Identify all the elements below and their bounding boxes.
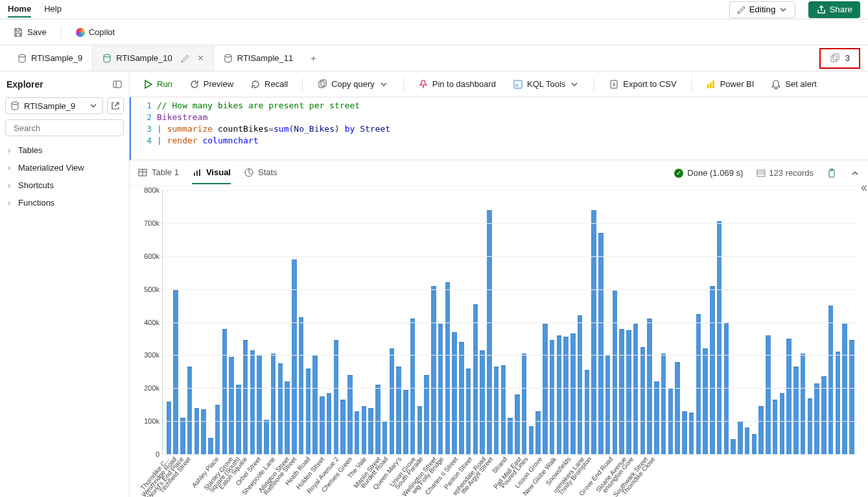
- chart-bar[interactable]: [340, 400, 346, 454]
- panel-icon[interactable]: [112, 79, 123, 90]
- run-button[interactable]: Run: [137, 77, 178, 92]
- chart-bar[interactable]: [396, 367, 401, 454]
- collapse-panel-button[interactable]: [859, 175, 868, 201]
- chart-bar[interactable]: [814, 383, 819, 454]
- chart-bar[interactable]: [215, 405, 220, 454]
- chart-bar[interactable]: [201, 409, 206, 454]
- chart-bar[interactable]: [661, 354, 666, 454]
- chart-bar[interactable]: [327, 393, 332, 454]
- chart-bar[interactable]: [208, 438, 213, 454]
- chart-bar[interactable]: [382, 421, 388, 454]
- chart-bar[interactable]: [836, 352, 841, 454]
- chart-bar[interactable]: [808, 398, 813, 454]
- chart-bar[interactable]: [362, 406, 367, 454]
- chart-bar[interactable]: [529, 426, 534, 454]
- chart-bar[interactable]: [780, 393, 785, 454]
- chart-bar[interactable]: [167, 402, 172, 454]
- chart-bar[interactable]: [535, 411, 541, 454]
- tree-item[interactable]: ›Materialized View: [5, 159, 124, 176]
- new-tab-button[interactable]: ＋: [303, 53, 324, 64]
- chart-bar[interactable]: [355, 411, 360, 454]
- chart-bar[interactable]: [585, 370, 590, 454]
- tab-visual[interactable]: Visual: [192, 162, 231, 184]
- chart-bar[interactable]: [306, 369, 311, 454]
- chart-bar[interactable]: [501, 365, 506, 454]
- recall-button[interactable]: Recall: [245, 77, 293, 92]
- chart-bar[interactable]: [745, 428, 750, 454]
- chart-bar[interactable]: [766, 335, 771, 454]
- chart-bar[interactable]: [390, 348, 395, 454]
- chart-bar[interactable]: [801, 354, 806, 454]
- chart-bar[interactable]: [696, 314, 701, 454]
- editing-button[interactable]: Editing: [729, 1, 796, 18]
- chart-bar[interactable]: [487, 210, 492, 454]
- chart-bar[interactable]: [466, 369, 471, 454]
- chart-bar[interactable]: [605, 355, 611, 454]
- chart-bar[interactable]: [473, 304, 478, 454]
- chart-bar[interactable]: [570, 333, 576, 454]
- chart-bar[interactable]: [619, 329, 624, 454]
- chart-bar[interactable]: [431, 286, 436, 454]
- chart-bar[interactable]: [703, 348, 708, 454]
- chart-bar[interactable]: [271, 354, 276, 454]
- chart-bar[interactable]: [515, 394, 520, 454]
- power-bi-button[interactable]: Power BI: [701, 77, 760, 92]
- chart-bar[interactable]: [375, 385, 381, 454]
- chart-bar[interactable]: [640, 347, 646, 454]
- chart-bar[interactable]: [849, 340, 854, 454]
- copilot-button[interactable]: Copilot: [71, 25, 120, 40]
- chart-bar[interactable]: [334, 340, 339, 454]
- chart-bar[interactable]: [689, 413, 694, 454]
- chart-bar[interactable]: [654, 382, 659, 454]
- chart-bar[interactable]: [278, 363, 283, 454]
- chart-bar[interactable]: [417, 406, 423, 454]
- chart-bar[interactable]: [320, 396, 325, 454]
- tab-rtisample-11[interactable]: RTISample_11: [214, 45, 303, 71]
- chart-bar[interactable]: [828, 306, 834, 454]
- clipboard-icon[interactable]: [827, 168, 837, 178]
- tree-item[interactable]: ›Shortcuts: [5, 176, 124, 194]
- chart-bar[interactable]: [578, 315, 583, 454]
- menu-help[interactable]: Help: [44, 1, 62, 18]
- chart-bar[interactable]: [842, 324, 847, 454]
- chart-bar[interactable]: [173, 289, 178, 454]
- close-icon[interactable]: ✕: [197, 53, 204, 63]
- chart-bar[interactable]: [557, 335, 562, 454]
- kql-tools-button[interactable]: K KQL Tools: [508, 77, 585, 92]
- chart-bar[interactable]: [675, 362, 680, 454]
- chart-bar[interactable]: [626, 330, 631, 454]
- chart-bar[interactable]: [480, 350, 485, 454]
- chart-bar[interactable]: [647, 319, 652, 454]
- share-button[interactable]: Share: [808, 1, 860, 18]
- chart-bar[interactable]: [793, 367, 799, 454]
- tree-item[interactable]: ›Tables: [5, 141, 124, 159]
- chart-bar[interactable]: [347, 375, 353, 454]
- chart-bar[interactable]: [312, 355, 318, 454]
- query-editor[interactable]: 1 2 3 4 // How many bikes are present pe…: [130, 97, 868, 160]
- chart-bar[interactable]: [180, 418, 185, 454]
- chart-bar[interactable]: [264, 420, 269, 454]
- tab-rtisample-10[interactable]: RTISample_10 ✕: [92, 45, 213, 71]
- search-input[interactable]: [5, 119, 124, 136]
- chart-bar[interactable]: [403, 390, 408, 454]
- chart-bar[interactable]: [752, 434, 757, 454]
- chart-bar[interactable]: [222, 329, 228, 454]
- chart-bar[interactable]: [229, 357, 234, 454]
- chart-bar[interactable]: [633, 324, 639, 454]
- chart-bar[interactable]: [368, 408, 373, 454]
- export-csv-button[interactable]: Export to CSV: [604, 77, 681, 92]
- chart-bar[interactable]: [591, 210, 596, 454]
- chart-bar[interactable]: [438, 324, 443, 454]
- menu-home[interactable]: Home: [8, 1, 31, 18]
- chart-bar[interactable]: [445, 282, 451, 454]
- chart-bar[interactable]: [613, 291, 618, 454]
- chart-bar[interactable]: [285, 382, 290, 454]
- chart-bar[interactable]: [738, 421, 743, 454]
- pencil-icon[interactable]: [180, 53, 191, 64]
- database-select[interactable]: RTISample_9: [5, 97, 103, 114]
- chart-bar[interactable]: [508, 418, 513, 454]
- open-external-button[interactable]: [107, 97, 124, 114]
- preview-button[interactable]: Preview: [184, 77, 239, 92]
- tab-stats[interactable]: Stats: [244, 162, 277, 184]
- chart-bar[interactable]: [682, 411, 687, 454]
